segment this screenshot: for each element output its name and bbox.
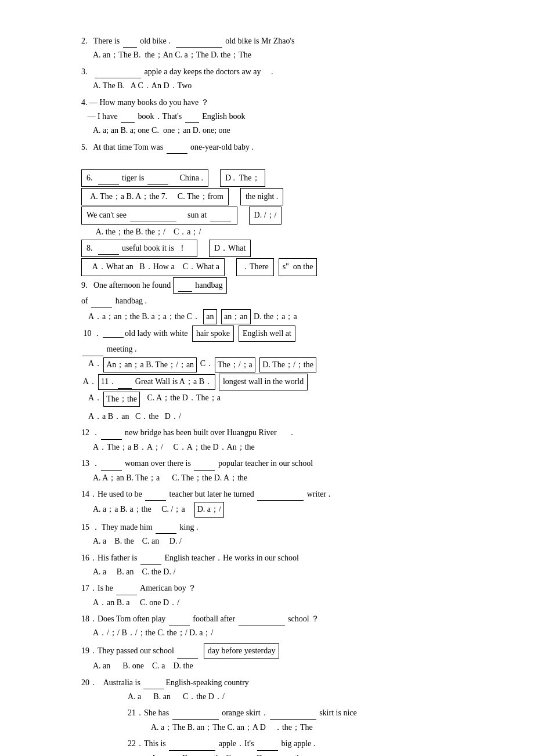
q10-an1-box: An；an；a B. The；/；an <box>103 357 197 372</box>
question-19: 19．They passed our school day before yes… <box>81 643 453 673</box>
q4-text-b: — I have book．That's English book <box>81 110 453 123</box>
q21-options: A. a；The B. an；The C. an；A D ．the；The <box>151 721 453 734</box>
q11-the-the-box: The；the <box>103 392 140 407</box>
q8-box1: 8. useful book it is ！ <box>81 240 197 257</box>
q11-longest-box: longest wall in the world <box>219 374 308 390</box>
question-22: 22．This is apple．It's big apple . A. an；… <box>81 737 453 756</box>
q7-row: We can't see sun at D. /；/ <box>81 207 453 224</box>
q19-options: A. an B. one C. a D. the <box>93 660 453 672</box>
question-3: 3. apple a day keeps the doctors aw ay .… <box>81 66 453 93</box>
q21-text: 21．She has orange skirt． skirt is nice <box>128 707 453 719</box>
q18-text: 18．Does Tom often play football after sc… <box>81 613 453 625</box>
q10-english-box: English well at <box>239 325 295 342</box>
q2-text: 2. There is old bike . old bike is Mr Zh… <box>81 35 453 48</box>
question-16: 16．His father is English teacher．He work… <box>81 552 453 579</box>
q8-d-box: D．What <box>209 240 251 257</box>
question-17: 17．Is he American boy ？ A．an B. a C. one… <box>81 582 453 609</box>
main-content: 2. There is old bike . old bike is Mr Zh… <box>81 35 453 756</box>
q14-d-box: D. a；/ <box>194 502 224 517</box>
question-4: 4. — How many books do you have ？ — I ha… <box>81 96 453 138</box>
q6-box2: D . The； <box>220 169 265 187</box>
q20-options: A. a B. an C．the D．/ <box>128 690 453 703</box>
q7-d-box: D. /；/ <box>249 207 282 224</box>
q10-opts-row: A． An；an；a B. The；/；an C． The；/；a D. The… <box>88 357 453 372</box>
question-2: 2. There is old bike . old bike is Mr Zh… <box>81 35 453 62</box>
q9-anan-box: an；an <box>221 309 250 324</box>
q11-opts-row: A． The；the C. A；the D．The；a <box>88 392 453 407</box>
question-13: 13 ． woman over there is popular teacher… <box>81 457 453 484</box>
q9-an-box: an <box>203 309 217 324</box>
q17-text: 17．Is he American boy ？ <box>81 582 453 595</box>
q3-text: 3. apple a day keeps the doctors aw ay . <box>81 66 453 78</box>
q8-opts-row: A．What an B．How a C．What a ．There s" on … <box>81 258 453 276</box>
q9-handbag-box: handbag <box>173 277 227 294</box>
q10-row: 10 ． old lady with white hair spoke Engl… <box>81 325 453 342</box>
q8-opts-box: A．What an B．How a C．What a <box>81 258 225 276</box>
q14-options: A. a；a B. a；the C. /；a D. a；/ <box>93 502 453 517</box>
q11-row: A． 11． Great Wall is A；a B． longest wall… <box>81 374 453 390</box>
q10-the1-box: The；/；a <box>215 357 255 372</box>
q9-opts-row: A．a；an；the B. a；a；the C． an an；an D. the… <box>88 309 453 324</box>
q2-options: A. an；The B. the；An C. a；The D. the；The <box>93 49 453 62</box>
q9-s-on-the-box: s" on the <box>279 258 317 276</box>
question-12: 12 ． new bridge has been built over Huan… <box>81 426 453 454</box>
q18-options: A．/；/ B．/；the C. the；/ D. a；/ <box>93 627 453 639</box>
q10-d5-box: D. The；/；the <box>259 357 316 372</box>
q6-row1: 6. tiger is China . D . The； <box>81 169 453 187</box>
q9-of-row: of handbag . <box>81 295 453 308</box>
q22-options: A. an；a B. a； the C. a；an D. an；the <box>151 752 453 756</box>
q12-options: A．The；a B．A；/ C．A；the D．An；the <box>93 441 453 454</box>
q6-11-section: 6. tiger is China . D . The； A. The；a B.… <box>81 169 453 407</box>
q7-opts-row: A. the；the B. the；/ C．a；/ <box>86 226 453 238</box>
q9-row: 9. One afternoon he found handbag <box>81 277 453 294</box>
question-18: 18．Does Tom often play football after sc… <box>81 613 453 640</box>
q6-row2: A. The；a B. A；the 7. C. The；from the nig… <box>81 188 453 205</box>
question-14: 14．He used to be teacher but later he tu… <box>81 488 453 518</box>
question-20: 20． Australia is English-speaking countr… <box>81 677 453 704</box>
q9-there-box: ．There <box>236 258 274 276</box>
q6-box1: 6. tiger is China . <box>81 169 208 187</box>
q13-options: A. A；an B. The；a C. The；the D. A；the <box>93 472 453 484</box>
q7-night-box: the night . <box>240 188 283 205</box>
q11-great-wall-box: 11． Great Wall is A；a B． <box>98 374 215 389</box>
q19-text: 19．They passed our school day before yes… <box>81 643 453 659</box>
q10-meeting-row: meeting . <box>81 343 453 356</box>
q3-options: A. The B. A C．An D．Two <box>93 79 453 92</box>
q5-text: 5. At that time Tom was one-year-old bab… <box>81 141 453 154</box>
q4-options: A. a; an B. a; one C. one；an D. one; one <box>93 124 453 137</box>
q16-options: A. a B. an C. the D. / <box>93 566 453 578</box>
question-21: 21．She has orange skirt． skirt is nice A… <box>81 707 453 734</box>
q22-text: 22．This is apple．It's big apple . <box>128 737 453 750</box>
q15-text: 15 ． They made him king . <box>81 521 453 534</box>
q16-text: 16．His father is English teacher．He work… <box>81 552 453 565</box>
q19-day-box: day before yesterday <box>204 643 280 659</box>
q14-text: 14．He used to be teacher but later he tu… <box>81 488 453 501</box>
q7-box1: We can't see sun at <box>81 207 237 224</box>
q10-hair-box: hair spoke <box>192 325 234 342</box>
q12-text: 12 ． new bridge has been built over Huan… <box>81 426 453 439</box>
q17-options: A．an B. a C. one D．/ <box>93 596 453 609</box>
q6-opts-box: A. The；a B. A；the 7. C. The；from <box>81 188 229 205</box>
question-15: 15 ． They made him king . A. a B. the C.… <box>81 521 453 548</box>
q4-text-a: 4. — How many books do you have ？ <box>81 96 453 109</box>
q-opts-abcd: A．a B．an C．the D．/ <box>88 410 453 423</box>
question-5: 5. At that time Tom was one-year-old bab… <box>81 141 453 154</box>
q8-row: 8. useful book it is ！ D．What <box>81 240 453 257</box>
q15-options: A. a B. the C. an D. / <box>93 535 453 548</box>
q13-text: 13 ． woman over there is popular teacher… <box>81 457 453 470</box>
q20-text: 20． Australia is English-speaking countr… <box>81 677 453 689</box>
